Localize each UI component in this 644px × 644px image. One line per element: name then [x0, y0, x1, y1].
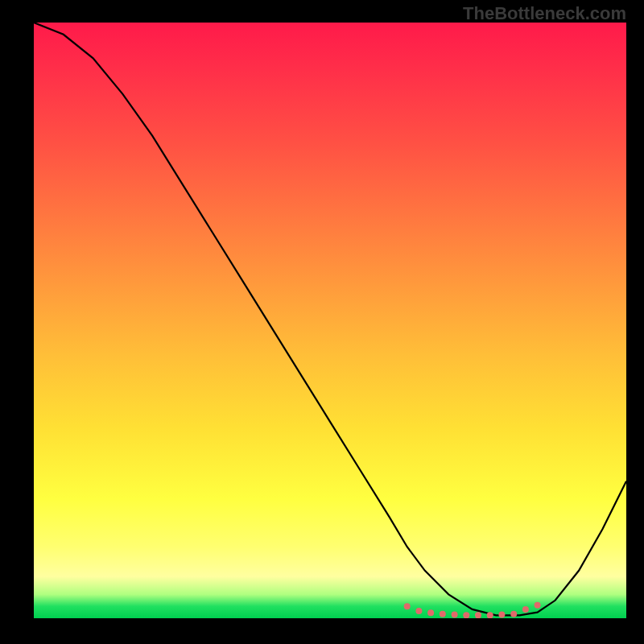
plot-area: [34, 23, 626, 618]
gradient-background: [34, 23, 626, 618]
watermark-text: TheBottleneck.com: [463, 3, 626, 24]
